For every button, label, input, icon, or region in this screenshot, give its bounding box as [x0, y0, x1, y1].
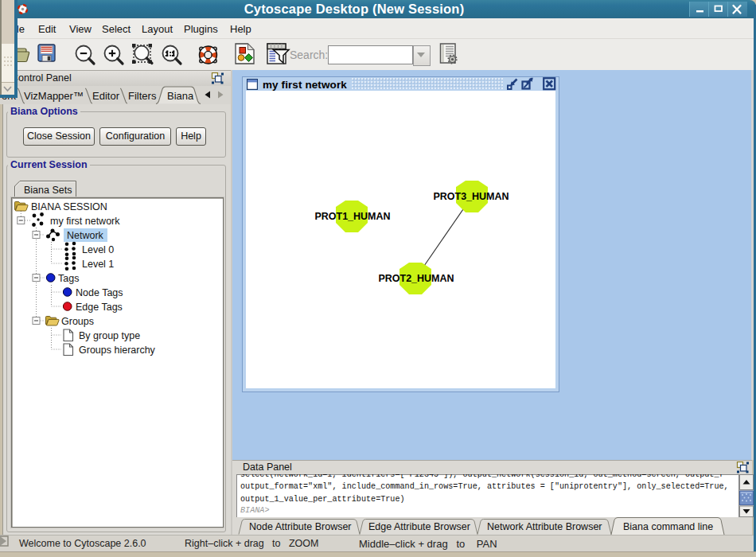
- svg-text:Biana: Biana: [167, 90, 194, 102]
- svg-text:Editor: Editor: [92, 90, 120, 102]
- svg-text:Network: Network: [67, 230, 104, 241]
- svg-text:Biana command line: Biana command line: [623, 521, 713, 532]
- svg-text:Groups: Groups: [61, 316, 94, 327]
- svg-text:Network Attribute Browser: Network Attribute Browser: [487, 521, 602, 532]
- svg-text:Groups hierarchy: Groups hierarchy: [79, 345, 156, 356]
- svg-text:VizMapper™: VizMapper™: [24, 90, 84, 102]
- svg-text:Level 1: Level 1: [82, 259, 114, 270]
- svg-text:Level 0: Level 0: [82, 244, 114, 255]
- svg-text:BIANA SESSION: BIANA SESSION: [31, 201, 107, 212]
- svg-text:PROT3_HUMAN: PROT3_HUMAN: [433, 191, 509, 202]
- svg-text:PROT2_HUMAN: PROT2_HUMAN: [378, 273, 454, 284]
- svg-text:my first network: my first network: [50, 216, 120, 227]
- svg-text:Biana Sets: Biana Sets: [24, 185, 72, 196]
- svg-text:Tags: Tags: [58, 273, 79, 284]
- svg-text:PROT1_HUMAN: PROT1_HUMAN: [314, 211, 390, 222]
- svg-text:Node Attribute Browser: Node Attribute Browser: [249, 521, 352, 532]
- svg-text:By group type: By group type: [79, 330, 140, 341]
- svg-text:Edge Attribute Browser: Edge Attribute Browser: [368, 521, 470, 532]
- svg-text:Filters: Filters: [128, 90, 157, 102]
- svg-text:Node Tags: Node Tags: [76, 287, 123, 298]
- svg-text:Edge Tags: Edge Tags: [76, 302, 123, 313]
